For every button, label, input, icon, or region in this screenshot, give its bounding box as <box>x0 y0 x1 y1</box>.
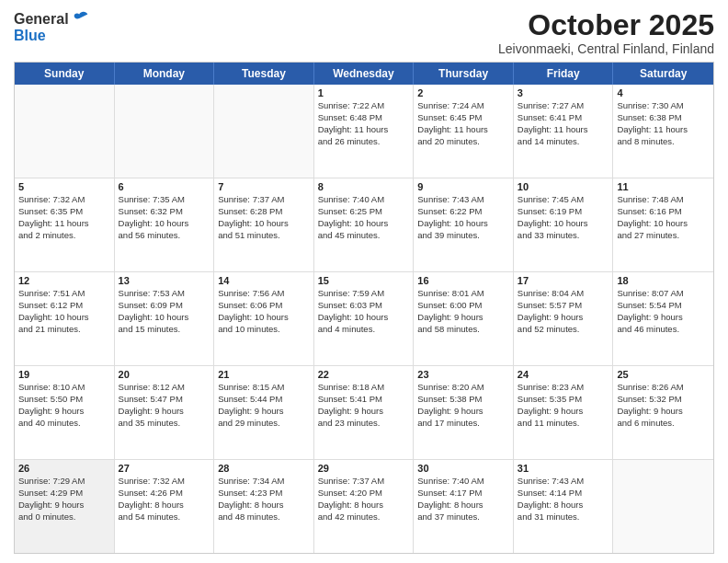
cell-info-line: Sunrise: 8:18 AM <box>318 382 410 394</box>
calendar-day-4: 4Sunrise: 7:30 AMSunset: 6:38 PMDaylight… <box>613 85 713 178</box>
calendar-day-empty <box>613 460 713 553</box>
day-number: 29 <box>318 463 410 474</box>
cell-info-line: Sunset: 5:50 PM <box>18 394 110 406</box>
day-number: 15 <box>318 275 410 286</box>
cell-info-line: and 58 minutes. <box>417 324 509 336</box>
cell-info-line: Sunset: 6:12 PM <box>18 300 110 312</box>
cell-info-line: Sunrise: 7:37 AM <box>318 476 410 488</box>
calendar-day-12: 12Sunrise: 7:51 AMSunset: 6:12 PMDayligh… <box>15 272 115 365</box>
cell-info-line: Sunset: 6:35 PM <box>18 206 110 218</box>
calendar-header: SundayMondayTuesdayWednesdayThursdayFrid… <box>15 63 713 85</box>
cell-info-line: Daylight: 9 hours <box>218 406 310 418</box>
calendar-day-17: 17Sunrise: 8:04 AMSunset: 5:57 PMDayligh… <box>514 272 614 365</box>
day-number: 31 <box>518 463 609 474</box>
calendar-day-2: 2Sunrise: 7:24 AMSunset: 6:45 PMDaylight… <box>414 85 514 178</box>
day-number: 28 <box>218 463 310 474</box>
cell-info-line: Sunset: 5:32 PM <box>617 394 710 406</box>
day-number: 5 <box>18 181 110 192</box>
cell-info-line: Sunrise: 8:26 AM <box>617 382 710 394</box>
day-header-monday: Monday <box>115 63 215 85</box>
calendar-day-22: 22Sunrise: 8:18 AMSunset: 5:41 PMDayligh… <box>314 366 415 459</box>
calendar-week-5: 26Sunrise: 7:29 AMSunset: 4:29 PMDayligh… <box>15 460 713 553</box>
day-number: 20 <box>119 369 210 380</box>
cell-info-line: Sunset: 6:22 PM <box>417 206 509 218</box>
cell-info-line: and 45 minutes. <box>318 230 410 242</box>
calendar-day-18: 18Sunrise: 8:07 AMSunset: 5:54 PMDayligh… <box>613 272 713 365</box>
page-header: General Blue October 2025 Leivonmaeki, C… <box>14 9 714 56</box>
cell-info-line: Daylight: 8 hours <box>119 500 210 511</box>
day-number: 4 <box>617 87 710 98</box>
cell-info-line: and 39 minutes. <box>417 230 509 242</box>
calendar-day-8: 8Sunrise: 7:40 AMSunset: 6:25 PMDaylight… <box>314 178 415 271</box>
cell-info-line: and 4 minutes. <box>318 324 410 336</box>
day-number: 17 <box>518 275 609 286</box>
day-number: 12 <box>18 275 110 286</box>
cell-info-line: and 15 minutes. <box>119 324 210 336</box>
logo-text-general: General <box>14 11 69 28</box>
cell-info-line: Daylight: 9 hours <box>617 406 710 418</box>
cell-info-line: and 21 minutes. <box>18 324 110 336</box>
day-number: 9 <box>417 181 509 192</box>
cell-info-line: Sunrise: 7:40 AM <box>417 476 509 488</box>
cell-info-line: Daylight: 10 hours <box>417 218 509 230</box>
cell-info-line: Daylight: 11 hours <box>518 124 609 136</box>
calendar-day-15: 15Sunrise: 7:59 AMSunset: 6:03 PMDayligh… <box>314 272 415 365</box>
cell-info-line: Sunrise: 7:30 AM <box>617 100 710 112</box>
calendar-week-2: 5Sunrise: 7:32 AMSunset: 6:35 PMDaylight… <box>15 178 713 272</box>
calendar-day-24: 24Sunrise: 8:23 AMSunset: 5:35 PMDayligh… <box>514 366 614 459</box>
calendar-day-29: 29Sunrise: 7:37 AMSunset: 4:20 PMDayligh… <box>314 460 415 553</box>
cell-info-line: Sunrise: 7:40 AM <box>318 194 410 206</box>
calendar-day-25: 25Sunrise: 8:26 AMSunset: 5:32 PMDayligh… <box>613 366 713 459</box>
cell-info-line: Sunrise: 8:23 AM <box>518 382 609 394</box>
day-number: 19 <box>18 369 110 380</box>
calendar-day-7: 7Sunrise: 7:37 AMSunset: 6:28 PMDaylight… <box>214 178 314 271</box>
cell-info-line: Sunrise: 7:32 AM <box>18 194 110 206</box>
day-number: 27 <box>119 463 210 474</box>
calendar-week-1: 1Sunrise: 7:22 AMSunset: 6:48 PMDaylight… <box>15 85 713 178</box>
cell-info-line: and 54 minutes. <box>119 511 210 523</box>
cell-info-line: Sunset: 4:14 PM <box>518 488 609 500</box>
cell-info-line: Sunset: 4:17 PM <box>417 488 509 500</box>
cell-info-line: and 31 minutes. <box>518 511 609 523</box>
calendar-day-23: 23Sunrise: 8:20 AMSunset: 5:38 PMDayligh… <box>414 366 514 459</box>
calendar-day-27: 27Sunrise: 7:32 AMSunset: 4:26 PMDayligh… <box>115 460 215 553</box>
cell-info-line: Sunset: 5:41 PM <box>318 394 410 406</box>
cell-info-line: Sunset: 6:00 PM <box>417 300 509 312</box>
cell-info-line: Sunrise: 7:24 AM <box>417 100 509 112</box>
location-text: Leivonmaeki, Central Finland, Finland <box>498 41 714 56</box>
cell-info-line: Sunset: 5:57 PM <box>518 300 609 312</box>
cell-info-line: Daylight: 9 hours <box>119 406 210 418</box>
cell-info-line: Daylight: 8 hours <box>318 500 410 511</box>
calendar-day-10: 10Sunrise: 7:45 AMSunset: 6:19 PMDayligh… <box>514 178 614 271</box>
day-number: 22 <box>318 369 410 380</box>
cell-info-line: and 6 minutes. <box>617 418 710 430</box>
cell-info-line: Sunrise: 7:34 AM <box>218 476 310 488</box>
cell-info-line: Sunrise: 8:04 AM <box>518 288 609 300</box>
calendar-day-9: 9Sunrise: 7:43 AMSunset: 6:22 PMDaylight… <box>414 178 514 271</box>
cell-info-line: and 46 minutes. <box>617 324 710 336</box>
cell-info-line: Sunrise: 7:56 AM <box>218 288 310 300</box>
calendar-day-16: 16Sunrise: 8:01 AMSunset: 6:00 PMDayligh… <box>414 272 514 365</box>
calendar-day-13: 13Sunrise: 7:53 AMSunset: 6:09 PMDayligh… <box>115 272 215 365</box>
calendar-day-26: 26Sunrise: 7:29 AMSunset: 4:29 PMDayligh… <box>15 460 115 553</box>
cell-info-line: Sunrise: 8:20 AM <box>417 382 509 394</box>
cell-info-line: and 35 minutes. <box>119 418 210 430</box>
day-number: 24 <box>518 369 609 380</box>
calendar-day-30: 30Sunrise: 7:40 AMSunset: 4:17 PMDayligh… <box>414 460 514 553</box>
cell-info-line: and 10 minutes. <box>218 324 310 336</box>
calendar-day-3: 3Sunrise: 7:27 AMSunset: 6:41 PMDaylight… <box>514 85 614 178</box>
cell-info-line: Daylight: 9 hours <box>617 312 710 324</box>
cell-info-line: Sunset: 6:41 PM <box>518 112 609 124</box>
cell-info-line: Sunrise: 7:27 AM <box>518 100 609 112</box>
cell-info-line: Sunset: 6:38 PM <box>617 112 710 124</box>
cell-info-line: Daylight: 9 hours <box>417 312 509 324</box>
day-header-friday: Friday <box>514 63 614 85</box>
cell-info-line: Sunset: 5:44 PM <box>218 394 310 406</box>
day-header-saturday: Saturday <box>613 63 713 85</box>
cell-info-line: Daylight: 9 hours <box>417 406 509 418</box>
cell-info-line: Daylight: 10 hours <box>617 218 710 230</box>
cell-info-line: and 0 minutes. <box>18 511 110 523</box>
cell-info-line: Sunrise: 7:53 AM <box>119 288 210 300</box>
day-number: 11 <box>617 181 710 192</box>
cell-info-line: Daylight: 10 hours <box>119 218 210 230</box>
